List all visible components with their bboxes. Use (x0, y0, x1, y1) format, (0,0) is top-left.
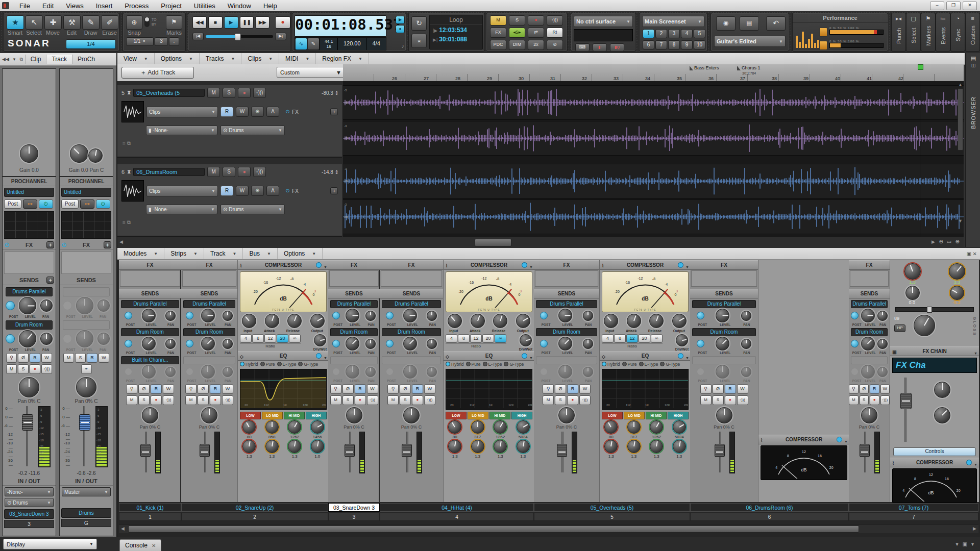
eq-band-high[interactable]: HIGH (306, 412, 327, 419)
btn-⚭[interactable]: ⚭ (81, 364, 92, 374)
btn-W[interactable]: W (222, 384, 233, 394)
fx-bin[interactable] (381, 270, 442, 287)
btn-◦)))[interactable]: ◦))) (222, 395, 233, 405)
btn-M[interactable]: M (849, 395, 859, 405)
fx-rack-header[interactable]: FX (119, 260, 181, 270)
pc-knob[interactable] (950, 286, 964, 300)
transport-button[interactable]: ▶▶ (255, 16, 270, 29)
comp-attack-knob[interactable] (471, 314, 485, 328)
side-tab-select[interactable]: ▢ Select (906, 13, 921, 52)
btn-M[interactable]: M (543, 395, 554, 405)
screenset-7[interactable]: 7 (655, 40, 667, 49)
send-level-knob[interactable] (403, 309, 417, 322)
send-name[interactable]: Drums Parallel (183, 300, 235, 308)
screenset-8[interactable]: 8 (668, 40, 680, 49)
ratio-4[interactable]: 4 (240, 334, 252, 343)
collapse-icon[interactable]: ▾ (971, 541, 974, 547)
eq-band-high[interactable]: HIGH (668, 412, 689, 419)
send-name[interactable] (183, 356, 235, 364)
ratio-8[interactable]: 8 (252, 334, 264, 343)
phase-icon[interactable]: ⊶ (23, 199, 37, 209)
eq-band-low[interactable]: LOW (602, 412, 623, 419)
eq-band-himid[interactable]: HI MID (489, 412, 510, 419)
prochannel-preset[interactable]: Untitled (4, 188, 54, 197)
send-name[interactable]: Drums Parallel (536, 300, 597, 308)
fx-rack-header[interactable]: FX (181, 260, 237, 270)
send-name[interactable]: Drum Room (382, 328, 441, 336)
ratio-20[interactable]: 20 (639, 334, 650, 343)
drywet-knob[interactable] (314, 334, 326, 346)
btn-Ø[interactable]: Ø (342, 384, 354, 394)
strip-name-3[interactable]: 03_SnareDown 3 (328, 503, 380, 512)
screenset-2[interactable]: 2 (655, 29, 667, 38)
btn-●[interactable]: ● (355, 395, 366, 405)
comp-input-knob[interactable] (604, 314, 618, 328)
btn-◦)))[interactable]: ◦))) (737, 395, 748, 405)
btn-S[interactable]: S (138, 395, 150, 405)
send-level-knob[interactable] (76, 330, 93, 347)
eq-mode-g-type[interactable]: G-Type (298, 362, 318, 367)
console-menu-bus[interactable]: Bus▼ (243, 248, 278, 259)
undo-icon[interactable]: ↶ (766, 16, 786, 31)
send-pan-knob[interactable] (165, 311, 176, 321)
drywet-knob[interactable] (520, 334, 532, 346)
lanes-icon[interactable]: ≡ (122, 219, 126, 225)
track-S-button[interactable]: S (223, 88, 235, 98)
btn-S[interactable]: S (555, 395, 566, 405)
send-pan-knob[interactable] (877, 311, 888, 321)
ratio-12[interactable]: 12 (626, 334, 638, 343)
volume-fader[interactable] (402, 444, 412, 457)
eq-band-lomid[interactable]: LO MID (624, 412, 645, 419)
power-icon[interactable] (316, 262, 322, 268)
send-name[interactable] (382, 356, 441, 364)
transport-button[interactable]: ❚❚ (240, 16, 254, 29)
send-post-button[interactable] (63, 334, 72, 343)
btn-R[interactable]: R (151, 384, 162, 394)
go-end-button[interactable]: ▶| (275, 33, 286, 40)
power-button[interactable]: ⏻ (96, 199, 110, 209)
pan-knob[interactable] (861, 407, 877, 423)
btn-⚲[interactable]: ⚲ (126, 384, 137, 394)
browser-synth-icon[interactable]: ◫ (971, 63, 976, 68)
btn-R[interactable]: R (87, 353, 97, 363)
scroll-right-icon[interactable]: ▶ (973, 526, 976, 531)
send-pan-knob[interactable] (877, 339, 888, 349)
phase-icon[interactable]: ⊶ (80, 199, 94, 209)
tv-menu-region-fx[interactable]: Region FX▼ (316, 53, 369, 64)
btn-M[interactable]: M (387, 395, 399, 405)
track-M-button[interactable]: M (207, 88, 220, 98)
menu-process[interactable]: Process (118, 1, 155, 11)
eq-freq-knob[interactable] (448, 420, 461, 434)
fx-bin[interactable] (329, 270, 379, 287)
fxchain-preset[interactable]: FX Cha (892, 358, 977, 373)
btn-R[interactable]: R (30, 353, 40, 363)
comp-release-knob[interactable] (287, 314, 302, 328)
side-tab-custom[interactable]: ≡ Custom (965, 13, 980, 52)
send-level-knob[interactable] (19, 330, 36, 347)
mini-play-toggle[interactable]: ▶ (396, 16, 405, 24)
eq-gain-knob[interactable] (650, 440, 663, 453)
pan-knob[interactable] (19, 377, 39, 397)
btn-W[interactable]: W (579, 384, 591, 394)
output-dropdown[interactable]: ⊙ Drums▼ (220, 205, 285, 214)
volume-fader[interactable] (79, 414, 90, 431)
btn-S[interactable]: S (400, 395, 411, 405)
power-button[interactable]: ⏻ (39, 199, 53, 209)
track-◦)))-button[interactable]: ◦))) (253, 88, 266, 98)
track-header[interactable]: 6 ⧗ 06_DrumsRoomMS●◦)))-14.8 ⇕ Clips▼RW✳… (117, 164, 342, 237)
transport-button[interactable]: ◀◀ (192, 16, 207, 29)
collapse-icon[interactable]: ◀◀ (0, 57, 11, 62)
display-dropdown[interactable]: Display ▼ (3, 539, 97, 549)
send-pan-knob[interactable] (741, 339, 751, 349)
inspector-tab-proch[interactable]: ProCh (72, 55, 100, 64)
strip-name-5[interactable]: 05_Overheads (5) (534, 503, 690, 512)
fx-bin[interactable] (535, 270, 598, 287)
btn-W[interactable]: W (880, 384, 890, 394)
aim-assist-duration[interactable]: 1/4 (66, 39, 116, 49)
send-level-knob[interactable] (403, 365, 417, 379)
clips-pane[interactable]: -3 dB- -3 dB- -3 dB- -3 dB- ▲ ▼ (343, 81, 964, 237)
pan-knob[interactable] (201, 407, 217, 423)
send-post-button[interactable] (186, 312, 193, 319)
eq-gain-knob[interactable] (673, 440, 686, 453)
strip-name-2[interactable]: 02_SnareUp (2) (181, 503, 328, 512)
